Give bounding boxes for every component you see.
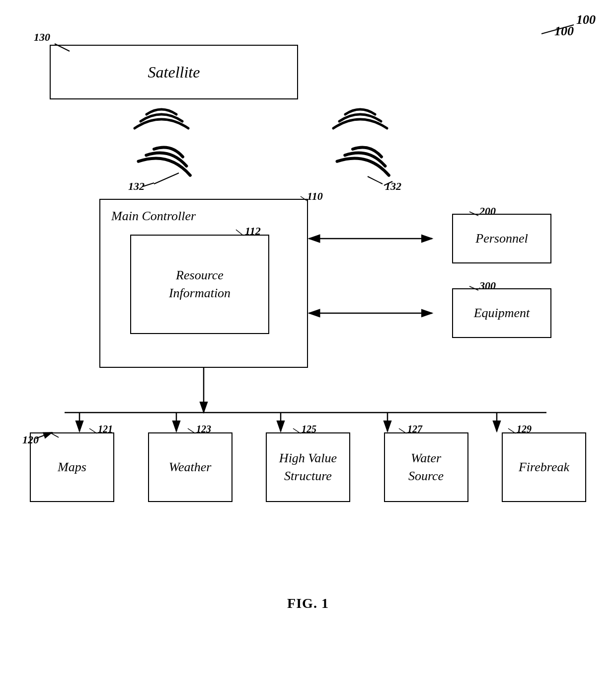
svg-text:110: 110 [307, 190, 323, 202]
svg-text:132: 132 [385, 180, 401, 192]
high-value-structure-box: High ValueStructure [266, 432, 350, 502]
weather-label: Weather [169, 458, 212, 476]
firebreak-wrapper: Firebreak [502, 432, 586, 502]
resource-info-box: ResourceInformation [130, 235, 269, 334]
main-controller-box: Main Controller ResourceInformation [99, 199, 308, 368]
weather-box: Weather [148, 432, 232, 502]
svg-line-8 [143, 183, 154, 186]
water-source-label: WaterSource [408, 449, 444, 486]
ref-100: 100 [554, 24, 574, 39]
main-controller-title: Main Controller [111, 209, 196, 224]
figure-label: FIG. 1 [287, 595, 329, 611]
maps-wrapper: Maps [30, 432, 114, 502]
resource-info-label: ResourceInformation [169, 266, 231, 303]
bottom-boxes-container: Maps Weather High ValueStructure WaterSo… [30, 432, 586, 502]
high-value-structure-label: High ValueStructure [279, 449, 337, 486]
firebreak-box: Firebreak [502, 432, 586, 502]
high-value-structure-wrapper: High ValueStructure [266, 432, 350, 502]
svg-line-6 [154, 173, 179, 184]
satellite-label: Satellite [148, 63, 200, 82]
water-source-box: WaterSource [384, 432, 468, 502]
equipment-label: Equipment [474, 306, 530, 321]
maps-label: Maps [58, 458, 86, 476]
svg-text:100: 100 [576, 12, 596, 27]
personnel-label: Personnel [475, 231, 528, 246]
svg-line-11 [384, 181, 392, 185]
personnel-box: Personnel [452, 214, 551, 263]
equipment-box: Equipment [452, 288, 551, 338]
svg-text:132: 132 [128, 180, 145, 192]
satellite-box: Satellite [50, 45, 298, 99]
firebreak-label: Firebreak [519, 458, 569, 476]
svg-text:130: 130 [34, 31, 50, 43]
water-source-wrapper: WaterSource [384, 432, 468, 502]
weather-wrapper: Weather [148, 432, 232, 502]
maps-box: Maps [30, 432, 114, 502]
svg-line-9 [368, 176, 383, 184]
